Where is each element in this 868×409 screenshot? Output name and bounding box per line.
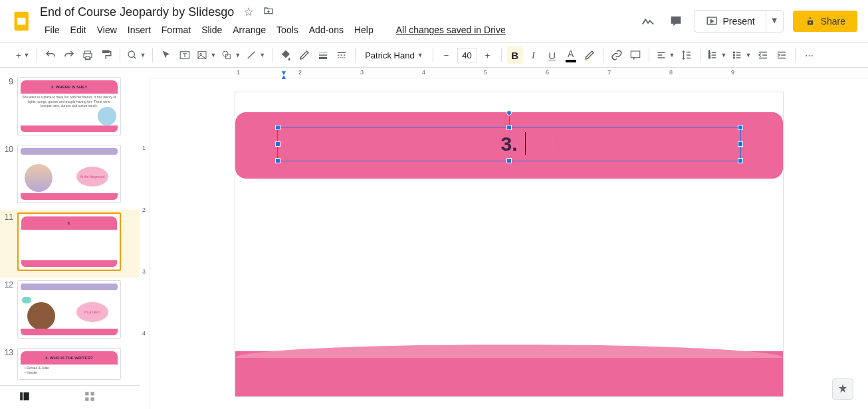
- svg-point-14: [734, 52, 735, 53]
- present-label: Present: [723, 16, 755, 27]
- font-size-input[interactable]: [457, 48, 477, 62]
- move-folder-icon[interactable]: [263, 5, 274, 19]
- thumb-header: [21, 284, 118, 290]
- filmstrip-view-toggle: [0, 385, 140, 409]
- star-icon[interactable]: ☆: [243, 5, 254, 19]
- text-color-button[interactable]: A: [563, 46, 579, 64]
- speech-bubble: It's a tale!!!: [76, 302, 108, 322]
- resize-handle[interactable]: [738, 158, 743, 163]
- slide-num: 13: [4, 348, 17, 380]
- svg-rect-19: [85, 392, 88, 395]
- explore-button[interactable]: [832, 378, 853, 400]
- font-size-increase[interactable]: +: [480, 46, 496, 64]
- select-tool[interactable]: [158, 46, 174, 64]
- slide-thumb-10[interactable]: 10 At the fairground: [0, 142, 140, 210]
- filmstrip-view-icon[interactable]: [19, 390, 31, 404]
- slide-footer-shape[interactable]: [235, 351, 783, 396]
- comments-icon[interactable]: [667, 12, 685, 31]
- canvas-area: ▼ ▲ 123456789 1234 3.: [140, 68, 868, 409]
- present-dropdown[interactable]: ▼: [766, 10, 784, 33]
- svg-point-16: [734, 57, 735, 58]
- bold-button[interactable]: B: [507, 46, 523, 64]
- new-slide-button[interactable]: +▼: [15, 46, 31, 64]
- slide-thumb-9[interactable]: 9 2. WHERE IS SHE?She went to a place to…: [0, 74, 140, 142]
- slide-thumb-13[interactable]: 13 4. WHO IS THE WRITER?• Romeo & Juliet…: [0, 345, 140, 386]
- resize-handle[interactable]: [738, 125, 743, 130]
- activity-icon[interactable]: [639, 12, 657, 31]
- horizontal-ruler[interactable]: ▼ ▲ 123456789: [150, 68, 868, 78]
- thumb-body: She went to a place to have fun with her…: [22, 95, 116, 108]
- border-weight-button[interactable]: [315, 46, 331, 64]
- resize-handle[interactable]: [275, 125, 280, 130]
- menu-addons[interactable]: Add-ons: [304, 22, 348, 38]
- thumb-title: 3.: [21, 216, 117, 230]
- resize-handle[interactable]: [275, 158, 280, 163]
- mouse-ibeam-icon: [553, 135, 554, 151]
- title-text[interactable]: 3.: [500, 133, 517, 155]
- thumb-header: [21, 148, 118, 155]
- resize-handle[interactable]: [738, 141, 743, 147]
- insert-link-button[interactable]: [609, 46, 625, 64]
- rotate-handle[interactable]: [506, 110, 512, 116]
- bulleted-list-button[interactable]: ▼: [730, 46, 752, 64]
- numbered-list-button[interactable]: 123▼: [706, 46, 728, 64]
- zoom-button[interactable]: ▼: [126, 46, 148, 64]
- slide-num: 10: [4, 145, 17, 203]
- decrease-indent-button[interactable]: [755, 46, 771, 64]
- menu-format[interactable]: Format: [157, 22, 195, 38]
- menu-tools[interactable]: Tools: [272, 22, 303, 38]
- align-button[interactable]: ▼: [655, 46, 677, 64]
- svg-text:3: 3: [708, 56, 710, 59]
- redo-button[interactable]: [61, 46, 77, 64]
- menu-view[interactable]: View: [92, 22, 122, 38]
- svg-rect-17: [20, 392, 23, 400]
- menu-file[interactable]: File: [40, 22, 64, 38]
- font-size-decrease[interactable]: −: [439, 46, 455, 64]
- menu-insert[interactable]: Insert: [123, 22, 156, 38]
- textbox-tool[interactable]: [177, 46, 193, 64]
- slide-canvas[interactable]: 3.: [235, 92, 784, 397]
- slides-logo[interactable]: [11, 9, 35, 33]
- thumb-title: 2. WHERE IS SHE?: [21, 80, 118, 94]
- more-button[interactable]: ⋯: [801, 46, 817, 64]
- filmstrip: 9 2. WHERE IS SHE?She went to a place to…: [0, 68, 140, 409]
- svg-rect-3: [809, 22, 811, 24]
- menu-edit[interactable]: Edit: [66, 22, 91, 38]
- svg-point-8: [223, 51, 228, 56]
- grid-view-icon[interactable]: [84, 390, 96, 404]
- undo-button[interactable]: [43, 46, 58, 64]
- menu-slide[interactable]: Slide: [197, 22, 227, 38]
- print-button[interactable]: [80, 46, 96, 64]
- present-button[interactable]: Present: [695, 10, 766, 33]
- underline-button[interactable]: U: [544, 46, 560, 64]
- italic-button[interactable]: I: [526, 46, 542, 64]
- insert-comment-button[interactable]: [627, 46, 643, 64]
- paint-format-button[interactable]: [98, 46, 114, 64]
- line-tool[interactable]: ▼: [245, 46, 267, 64]
- svg-rect-20: [91, 392, 94, 395]
- menu-arrange[interactable]: Arrange: [228, 22, 271, 38]
- text-caret: [525, 132, 526, 155]
- slide-thumb-12[interactable]: 12 It's a tale!!!: [0, 278, 140, 345]
- resize-handle[interactable]: [506, 125, 512, 130]
- menu-help[interactable]: Help: [350, 22, 378, 38]
- resize-handle[interactable]: [506, 158, 512, 163]
- line-spacing-button[interactable]: [679, 46, 695, 64]
- save-status[interactable]: All changes saved in Drive: [391, 22, 510, 38]
- increase-indent-button[interactable]: [774, 46, 790, 64]
- font-family-select[interactable]: Patrick Hand▼: [361, 50, 427, 60]
- shape-tool[interactable]: ▼: [220, 46, 242, 64]
- vertical-ruler[interactable]: 1234: [140, 78, 150, 409]
- image-tool[interactable]: ▼: [195, 46, 217, 64]
- highlight-button[interactable]: [582, 46, 597, 64]
- title-textbox[interactable]: 3.: [277, 127, 741, 161]
- svg-rect-18: [24, 392, 29, 400]
- fill-color-button[interactable]: [278, 46, 294, 64]
- border-color-button[interactable]: [296, 46, 312, 64]
- border-dash-button[interactable]: [334, 46, 350, 64]
- slide-thumb-11[interactable]: 11 3.: [0, 210, 140, 278]
- share-button[interactable]: Share: [793, 11, 857, 32]
- resize-handle[interactable]: [275, 141, 280, 147]
- thumb-title: 4. WHO IS THE WRITER?: [21, 351, 118, 365]
- doc-title[interactable]: End of Course Jeopardy by Slidesgo: [40, 5, 234, 19]
